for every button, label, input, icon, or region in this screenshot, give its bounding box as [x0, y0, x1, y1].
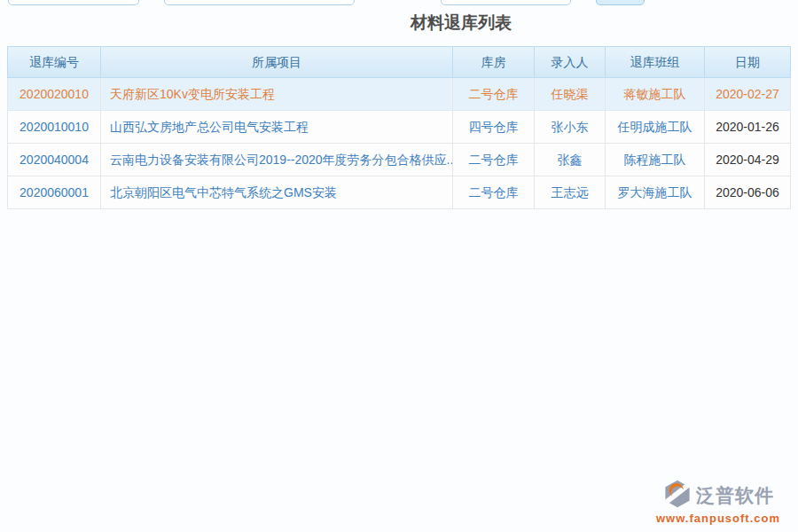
cell-project[interactable]: 天府新区10Kv变电所安装工程: [101, 78, 453, 111]
cell-warehouse: 二号仓库: [453, 144, 535, 176]
cell-return-id[interactable]: 2020010010: [7, 111, 101, 144]
table-row[interactable]: 2020040004 云南电力设备安装有限公司2019--2020年度劳务分包合…: [7, 144, 791, 176]
filter-button[interactable]: [596, 0, 645, 5]
cell-team: 罗大海施工队: [606, 176, 705, 209]
cell-warehouse: 二号仓库: [453, 176, 535, 209]
cell-project[interactable]: 山西弘文房地产总公司电气安装工程: [101, 111, 453, 144]
vendor-name: 泛普软件: [696, 483, 774, 508]
filter-input-1[interactable]: [8, 0, 139, 5]
col-header-warehouse[interactable]: 库房: [453, 46, 535, 78]
table-row[interactable]: 2020010010 山西弘文房地产总公司电气安装工程 四号仓库 张小东 任明成…: [7, 111, 791, 144]
col-header-date[interactable]: 日期: [705, 46, 791, 78]
col-header-return-id[interactable]: 退库编号: [7, 46, 101, 78]
vendor-url: www.fanpusoft.com: [647, 512, 789, 525]
col-header-project[interactable]: 所属项目: [101, 46, 453, 78]
cell-project[interactable]: 云南电力设备安装有限公司2019--2020年度劳务分包合格供应...: [101, 144, 453, 176]
cell-entered-by: 张鑫: [535, 144, 606, 176]
cell-date: 2020-02-27: [705, 78, 791, 111]
filter-input-3[interactable]: [441, 0, 571, 5]
page-title: 材料退库列表: [0, 12, 798, 35]
fanpu-logo-icon: [662, 479, 692, 512]
cell-team: 陈程施工队: [606, 144, 705, 176]
cell-entered-by: 王志远: [535, 176, 606, 209]
cell-return-id[interactable]: 2020040004: [7, 144, 101, 176]
cell-return-id[interactable]: 2020060001: [7, 176, 101, 209]
col-header-team[interactable]: 退库班组: [606, 46, 705, 78]
cell-entered-by: 张小东: [535, 111, 606, 144]
cell-warehouse: 四号仓库: [453, 111, 535, 144]
table-row[interactable]: 2020020010 天府新区10Kv变电所安装工程 二号仓库 任晓渠 蒋敏施工…: [7, 78, 791, 111]
cell-project[interactable]: 北京朝阳区电气中芯特气系统之GMS安装: [101, 176, 453, 209]
cell-return-id[interactable]: 2020020010: [7, 78, 101, 111]
cell-date: 2020-01-26: [705, 111, 791, 144]
vendor-watermark: 泛普软件 www.fanpusoft.com: [647, 479, 789, 525]
cell-date: 2020-06-06: [705, 176, 791, 209]
cell-team: 任明成施工队: [606, 111, 705, 144]
filter-input-2[interactable]: [164, 0, 355, 5]
material-return-table: 退库编号 所属项目 库房 录入人 退库班组 日期 2020020010 天府新区…: [7, 46, 791, 209]
cell-team: 蒋敏施工队: [606, 78, 705, 111]
cell-entered-by: 任晓渠: [535, 78, 606, 111]
table-header-row: 退库编号 所属项目 库房 录入人 退库班组 日期: [7, 46, 791, 78]
cell-warehouse: 二号仓库: [453, 78, 535, 111]
table-row[interactable]: 2020060001 北京朝阳区电气中芯特气系统之GMS安装 二号仓库 王志远 …: [7, 176, 791, 209]
cell-date: 2020-04-29: [705, 144, 791, 176]
col-header-entered-by[interactable]: 录入人: [535, 46, 606, 78]
